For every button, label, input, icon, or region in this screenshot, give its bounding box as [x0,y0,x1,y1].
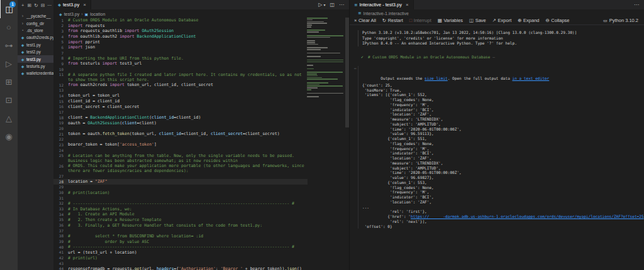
code-line-24[interactable]: 24 [53,148,308,153]
variables-button[interactable]: ▦Variables [438,18,463,23]
line-content[interactable]: import requests [68,23,308,28]
line-content[interactable] [68,137,308,142]
line-content[interactable]: # --------------------------------------… [68,244,308,249]
source-control-icon[interactable]: ⊶ [0,36,18,55]
code-line-2[interactable]: 2import requests [53,23,308,29]
code-line-13[interactable]: 13 [53,88,308,94]
file-item-testurls-py[interactable]: ◆testurls.py [18,63,53,70]
line-content[interactable]: token_url = token_url [68,93,308,98]
refresh-explorer-icon[interactable]: ↻ [33,3,39,8]
line-content[interactable]: # A separate python file I created and l… [68,72,308,82]
line-content[interactable]: token = oauth.fetch_token(token_url, cli… [68,131,308,136]
line-content[interactable]: # 1. Create an API Module [68,212,308,217]
code-editor[interactable]: 1# Custom ORDS Module in an Oracle Auton… [53,18,308,270]
minimap[interactable] [307,18,345,98]
tab-test3-py[interactable]: ◆ test3.py × [53,0,91,9]
code-line-44[interactable]: 44responsefromadb = requests.get(url, he… [53,266,308,270]
code-line-4[interactable]: 4from oauthlib.oauth2 import BackendAppl… [53,34,308,40]
code-line-9[interactable]: 9from testurls import test3_url [53,61,308,67]
code-line-34[interactable]: 34# 1. Create an API Module [53,212,308,217]
output-link[interactable]: in a text editor [513,76,550,80]
code-line-3[interactable]: 3from requests_oauthlib import OAuth2Ses… [53,28,308,34]
code-line-11[interactable]: 11# A separate python file I created and… [53,72,308,82]
code-line-5[interactable]: 5import pprint [53,40,308,45]
code-line-1[interactable]: 1# Custom ORDS Module in an Oracle Auton… [53,18,308,23]
code-line-35[interactable]: 35# 2. Then create a Resource Template [53,217,308,223]
line-content[interactable]: client_id = client_id [68,99,308,104]
line-content[interactable]: location = "ZAF" [68,179,308,184]
code-line-19[interactable]: 19oauth = OAuth2Session(client=client) [53,121,308,126]
code-line-30[interactable]: 30# print(location) [53,190,308,196]
executed-cell-header[interactable]: ✓ # Custom ORDS Module in an Oracle Auto… [361,55,644,60]
code-line-15[interactable]: 15client_id = client_id [53,99,308,104]
breadcrumb-file[interactable]: test3.py [64,12,80,16]
line-content[interactable]: # print(url) [68,256,308,261]
code-line-28[interactable]: 28location = "ZAF" [53,179,308,185]
line-content[interactable]: # Importing the base URI from this pytho… [68,56,308,61]
file-item-walletcredentials-py[interactable]: ◆walletcredentials.py [18,70,53,77]
code-line-27[interactable]: 27 [53,173,308,179]
run-dropdown-icon[interactable]: ▾ [323,3,325,7]
explorer-icon[interactable]: ◫1 [0,0,18,18]
output-link[interactable]: size limit [425,76,448,80]
clear-all-button[interactable]: ×Clear All [354,18,376,23]
code-line-32[interactable]: 32# ------------------------------------… [53,201,308,207]
line-content[interactable]: # print(location) [68,190,308,195]
file-item-oauth2creds-py[interactable]: ◆oauth2creds.py [18,34,53,41]
file-item--ds-store[interactable]: ▪.ds_store [18,27,53,34]
file-item-test3-py[interactable]: ◆test3.py [18,55,53,62]
new-folder-icon[interactable]: ⊞ [27,3,33,8]
code-line-18[interactable]: 18client = BackendApplicationClient(clie… [53,115,308,121]
line-content[interactable] [68,228,308,233]
code-line-33[interactable]: 33# In Database Actions, we: [53,207,308,212]
line-content[interactable]: client_secret = client_secret [68,104,308,109]
line-content[interactable] [68,88,308,93]
code-line-37[interactable]: 37 [53,228,308,234]
tab-interactive-test3-py[interactable]: ≣ Interactive - test3.py × [350,0,414,9]
line-content[interactable]: # --------------------------------------… [68,201,308,206]
run-and-debug-icon[interactable]: ▷ [0,55,18,73]
code-line-26[interactable]: 26# ORDS. This could make your applicati… [53,163,308,173]
python-interpreter-picker[interactable]: ▭Python 3.10.2 [603,18,644,23]
code-line-8[interactable]: 8# Importing the base URI from this pyth… [53,56,308,62]
more-actions-icon[interactable]: ⋯ [634,2,639,8]
restart-button[interactable]: ↻Restart [382,18,403,23]
expand-button[interactable]: ⊕Expand [518,18,539,23]
code-line-31[interactable]: 31 [53,195,308,201]
code-line-41[interactable]: 41url = (test3_url + location) [53,250,308,256]
more-actions-icon[interactable]: ⋯ [339,2,344,8]
line-content[interactable] [68,126,308,131]
file-item-test1-py[interactable]: ◆test1.py [18,41,53,48]
extensions-icon[interactable]: ⊞ [0,73,18,91]
file-item-test2-py[interactable]: ◆test2.py [18,48,53,55]
line-content[interactable] [68,185,308,190]
close-tab-icon[interactable]: × [406,2,409,8]
line-content[interactable]: # select * from BUSCONFIND where locatio… [68,234,308,239]
line-content[interactable]: # 3. Finally, a GET Resource Handler tha… [68,223,308,228]
collapse-button[interactable]: ⊖Collapse [546,18,570,23]
code-line-7[interactable]: 7 [53,50,308,56]
code-line-12[interactable]: 12from oauth2creds import token_url, cli… [53,82,308,88]
breadcrumb[interactable]: ◆ test3.py › ▣ location [53,10,349,18]
file-item-config-dir[interactable]: ›config_dir [18,19,53,26]
line-content[interactable]: bearer_token = token['access_token'] [68,142,308,147]
line-content[interactable]: # 2. Then create a Resource Template [68,217,308,222]
line-content[interactable]: from oauthlib.oauth2 import BackendAppli… [68,34,308,39]
line-content[interactable]: # order by value ASC [68,239,308,244]
close-tab-icon[interactable]: × [83,2,86,8]
line-content[interactable]: # In Database Actions, we: [68,207,308,212]
code-line-38[interactable]: 38# select * from BUSCONFIND where locat… [53,234,308,239]
file-item--pycache-[interactable]: ›__pycache__ [18,13,53,19]
line-content[interactable] [68,148,308,153]
code-line-43[interactable]: 43 [53,261,308,266]
line-content[interactable]: from requests_oauthlib import OAuth2Sess… [68,28,308,33]
code-line-21[interactable]: 21token = oauth.fetch_token(token_url, c… [53,131,308,137]
code-line-10[interactable]: 10 [53,67,308,72]
code-line-20[interactable]: 20 [53,126,308,131]
line-content[interactable]: from oauth2creds import token_url, clien… [68,82,308,87]
code-line-25[interactable]: 25# Location can be anything from the ta… [53,153,308,163]
line-content[interactable] [68,109,308,114]
code-line-42[interactable]: 42# print(url) [53,256,308,261]
remote-explorer-icon[interactable]: ⊡ [0,91,18,109]
code-line-16[interactable]: 16client_secret = client_secret [53,104,308,110]
